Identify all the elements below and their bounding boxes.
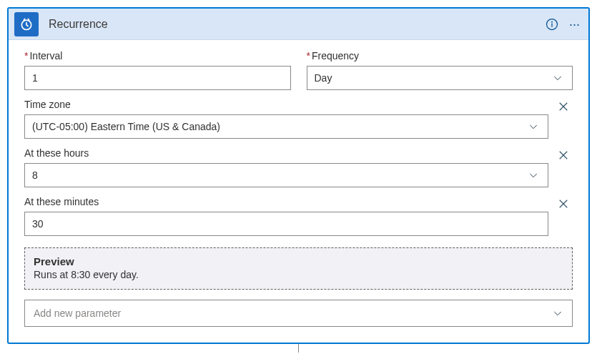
add-parameter-dropdown[interactable]: Add new parameter: [24, 300, 573, 327]
remove-minutes-button[interactable]: [554, 195, 573, 213]
add-parameter-placeholder: Add new parameter: [34, 308, 121, 319]
interval-input[interactable]: 1: [24, 66, 291, 90]
minutes-label: At these minutes: [24, 196, 548, 207]
remove-timezone-button[interactable]: [554, 97, 573, 116]
remove-hours-button[interactable]: [554, 146, 573, 164]
card-header[interactable]: Recurrence ···: [9, 9, 588, 40]
preview-box: Preview Runs at 8:30 every day.: [24, 247, 573, 290]
recurrence-icon: [14, 12, 39, 36]
timezone-label: Time zone: [24, 99, 548, 110]
hours-select[interactable]: 8: [24, 163, 548, 187]
more-menu-icon[interactable]: ···: [569, 18, 580, 31]
frequency-select[interactable]: Day: [307, 66, 573, 90]
minutes-input[interactable]: 30: [24, 212, 548, 236]
card-title: Recurrence: [49, 18, 545, 31]
connector-stub: [298, 344, 299, 353]
info-icon[interactable]: [545, 17, 559, 31]
svg-point-2: [552, 21, 553, 22]
chevron-down-icon: [526, 119, 541, 134]
interval-label: *Interval: [24, 50, 291, 62]
chevron-down-icon: [551, 306, 565, 320]
recurrence-card: Recurrence ··· *Interval 1 *Frequency: [7, 7, 590, 344]
frequency-label: *Frequency: [307, 50, 573, 62]
hours-label: At these hours: [24, 147, 548, 159]
preview-text: Runs at 8:30 every day.: [34, 269, 563, 280]
card-body: *Interval 1 *Frequency Day Time zone: [9, 40, 588, 343]
chevron-down-icon: [526, 168, 541, 182]
preview-title: Preview: [34, 255, 563, 267]
timezone-select[interactable]: (UTC-05:00) Eastern Time (US & Canada): [24, 114, 548, 139]
chevron-down-icon: [551, 71, 565, 85]
